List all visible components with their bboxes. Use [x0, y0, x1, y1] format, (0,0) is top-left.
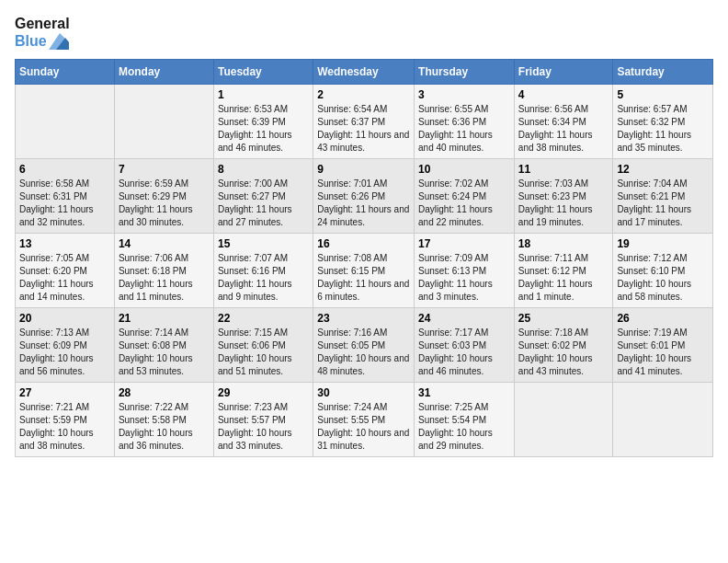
calendar-week-row: 20Sunrise: 7:13 AM Sunset: 6:09 PM Dayli… [16, 308, 713, 383]
day-number: 18 [518, 237, 609, 250]
page-header: General Blue [15, 15, 713, 50]
day-number: 2 [317, 88, 410, 101]
day-info: Sunrise: 6:59 AM Sunset: 6:29 PM Dayligh… [119, 178, 210, 229]
calendar-cell: 6Sunrise: 6:58 AM Sunset: 6:31 PM Daylig… [16, 159, 115, 234]
calendar-cell: 2Sunrise: 6:54 AM Sunset: 6:37 PM Daylig… [313, 85, 415, 159]
day-info: Sunrise: 7:15 AM Sunset: 6:06 PM Dayligh… [218, 327, 309, 378]
day-number: 22 [218, 312, 309, 325]
calendar-cell: 28Sunrise: 7:22 AM Sunset: 5:58 PM Dayli… [114, 383, 213, 457]
day-number: 20 [19, 312, 110, 325]
calendar-cell: 26Sunrise: 7:19 AM Sunset: 6:01 PM Dayli… [613, 308, 713, 383]
calendar-cell [16, 85, 115, 159]
day-number: 14 [119, 237, 210, 250]
day-number: 4 [518, 88, 609, 101]
day-info: Sunrise: 7:02 AM Sunset: 6:24 PM Dayligh… [418, 178, 510, 229]
logo-general: General [15, 15, 70, 32]
calendar-cell: 8Sunrise: 7:00 AM Sunset: 6:27 PM Daylig… [213, 159, 313, 234]
logo-blue: Blue [15, 32, 70, 50]
calendar-header: SundayMondayTuesdayWednesdayThursdayFrid… [16, 60, 713, 85]
calendar-cell: 12Sunrise: 7:04 AM Sunset: 6:21 PM Dayli… [613, 159, 713, 234]
calendar-cell: 16Sunrise: 7:08 AM Sunset: 6:15 PM Dayli… [313, 234, 415, 308]
day-number: 25 [518, 312, 609, 325]
day-number: 10 [418, 163, 510, 176]
day-number: 26 [617, 312, 709, 325]
day-info: Sunrise: 7:00 AM Sunset: 6:27 PM Dayligh… [218, 178, 309, 229]
day-info: Sunrise: 7:14 AM Sunset: 6:08 PM Dayligh… [119, 327, 210, 378]
calendar-cell: 30Sunrise: 7:24 AM Sunset: 5:55 PM Dayli… [313, 383, 415, 457]
calendar-cell: 3Sunrise: 6:55 AM Sunset: 6:36 PM Daylig… [415, 85, 515, 159]
calendar-cell: 18Sunrise: 7:11 AM Sunset: 6:12 PM Dayli… [514, 234, 613, 308]
day-of-week-header: Saturday [613, 60, 713, 85]
calendar-cell: 22Sunrise: 7:15 AM Sunset: 6:06 PM Dayli… [213, 308, 313, 383]
day-info: Sunrise: 7:05 AM Sunset: 6:20 PM Dayligh… [19, 252, 110, 304]
day-info: Sunrise: 7:11 AM Sunset: 6:12 PM Dayligh… [518, 252, 609, 304]
day-info: Sunrise: 6:53 AM Sunset: 6:39 PM Dayligh… [218, 103, 309, 155]
day-info: Sunrise: 7:22 AM Sunset: 5:58 PM Dayligh… [119, 401, 210, 453]
day-info: Sunrise: 7:08 AM Sunset: 6:15 PM Dayligh… [317, 252, 410, 304]
calendar-cell: 11Sunrise: 7:03 AM Sunset: 6:23 PM Dayli… [514, 159, 613, 234]
calendar-cell: 9Sunrise: 7:01 AM Sunset: 6:26 PM Daylig… [313, 159, 415, 234]
calendar-cell: 21Sunrise: 7:14 AM Sunset: 6:08 PM Dayli… [114, 308, 213, 383]
day-number: 6 [19, 163, 110, 176]
day-info: Sunrise: 7:06 AM Sunset: 6:18 PM Dayligh… [119, 252, 210, 304]
day-info: Sunrise: 6:55 AM Sunset: 6:36 PM Dayligh… [418, 103, 510, 155]
day-info: Sunrise: 6:54 AM Sunset: 6:37 PM Dayligh… [317, 103, 410, 155]
calendar-cell: 19Sunrise: 7:12 AM Sunset: 6:10 PM Dayli… [613, 234, 713, 308]
day-number: 16 [317, 237, 410, 250]
day-number: 3 [418, 88, 510, 101]
day-info: Sunrise: 7:12 AM Sunset: 6:10 PM Dayligh… [617, 252, 709, 304]
calendar-cell [114, 85, 213, 159]
calendar-cell: 10Sunrise: 7:02 AM Sunset: 6:24 PM Dayli… [415, 159, 515, 234]
day-info: Sunrise: 7:18 AM Sunset: 6:02 PM Dayligh… [518, 327, 609, 378]
day-info: Sunrise: 6:57 AM Sunset: 6:32 PM Dayligh… [617, 103, 709, 155]
day-info: Sunrise: 7:23 AM Sunset: 5:57 PM Dayligh… [218, 401, 309, 453]
day-of-week-header: Wednesday [313, 60, 415, 85]
day-info: Sunrise: 7:04 AM Sunset: 6:21 PM Dayligh… [617, 178, 709, 229]
calendar-week-row: 27Sunrise: 7:21 AM Sunset: 5:59 PM Dayli… [16, 383, 713, 457]
calendar-cell: 27Sunrise: 7:21 AM Sunset: 5:59 PM Dayli… [16, 383, 115, 457]
day-number: 21 [119, 312, 210, 325]
day-number: 28 [119, 386, 210, 399]
day-info: Sunrise: 7:13 AM Sunset: 6:09 PM Dayligh… [19, 327, 110, 378]
calendar-week-row: 1Sunrise: 6:53 AM Sunset: 6:39 PM Daylig… [16, 85, 713, 159]
day-of-week-header: Monday [114, 60, 213, 85]
calendar-cell: 20Sunrise: 7:13 AM Sunset: 6:09 PM Dayli… [16, 308, 115, 383]
calendar-cell: 1Sunrise: 6:53 AM Sunset: 6:39 PM Daylig… [213, 85, 313, 159]
day-number: 24 [418, 312, 510, 325]
day-info: Sunrise: 6:56 AM Sunset: 6:34 PM Dayligh… [518, 103, 609, 155]
calendar-cell [613, 383, 713, 457]
day-number: 5 [617, 88, 709, 101]
day-number: 7 [119, 163, 210, 176]
day-number: 11 [518, 163, 609, 176]
day-number: 19 [617, 237, 709, 250]
calendar-cell: 23Sunrise: 7:16 AM Sunset: 6:05 PM Dayli… [313, 308, 415, 383]
day-info: Sunrise: 7:19 AM Sunset: 6:01 PM Dayligh… [617, 327, 709, 378]
calendar-week-row: 13Sunrise: 7:05 AM Sunset: 6:20 PM Dayli… [16, 234, 713, 308]
day-of-week-header: Friday [514, 60, 613, 85]
day-info: Sunrise: 7:16 AM Sunset: 6:05 PM Dayligh… [317, 327, 410, 378]
day-number: 12 [617, 163, 709, 176]
day-info: Sunrise: 7:21 AM Sunset: 5:59 PM Dayligh… [19, 401, 110, 453]
calendar-body: 1Sunrise: 6:53 AM Sunset: 6:39 PM Daylig… [16, 85, 713, 457]
day-of-week-header: Tuesday [213, 60, 313, 85]
calendar-cell: 15Sunrise: 7:07 AM Sunset: 6:16 PM Dayli… [213, 234, 313, 308]
day-number: 31 [418, 386, 510, 399]
day-info: Sunrise: 7:17 AM Sunset: 6:03 PM Dayligh… [418, 327, 510, 378]
day-info: Sunrise: 7:07 AM Sunset: 6:16 PM Dayligh… [218, 252, 309, 304]
day-number: 9 [317, 163, 410, 176]
calendar-cell [514, 383, 613, 457]
calendar-cell: 5Sunrise: 6:57 AM Sunset: 6:32 PM Daylig… [613, 85, 713, 159]
day-info: Sunrise: 7:25 AM Sunset: 5:54 PM Dayligh… [418, 401, 510, 453]
day-number: 23 [317, 312, 410, 325]
calendar-cell: 17Sunrise: 7:09 AM Sunset: 6:13 PM Dayli… [415, 234, 515, 308]
calendar-table: SundayMondayTuesdayWednesdayThursdayFrid… [15, 59, 713, 457]
day-number: 1 [218, 88, 309, 101]
calendar-cell: 13Sunrise: 7:05 AM Sunset: 6:20 PM Dayli… [16, 234, 115, 308]
day-number: 13 [19, 237, 110, 250]
calendar-cell: 31Sunrise: 7:25 AM Sunset: 5:54 PM Dayli… [415, 383, 515, 457]
day-info: Sunrise: 7:09 AM Sunset: 6:13 PM Dayligh… [418, 252, 510, 304]
day-number: 29 [218, 386, 309, 399]
day-info: Sunrise: 7:24 AM Sunset: 5:55 PM Dayligh… [317, 401, 410, 453]
day-number: 27 [19, 386, 110, 399]
day-info: Sunrise: 7:03 AM Sunset: 6:23 PM Dayligh… [518, 178, 609, 229]
